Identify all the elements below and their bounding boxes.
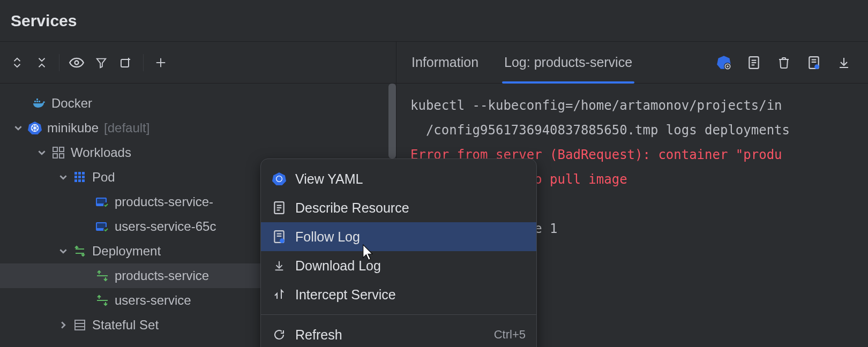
document-icon — [272, 200, 287, 215]
svg-rect-28 — [82, 179, 85, 182]
tree-label: products-service — [115, 268, 209, 283]
menu-label: View YAML — [295, 171, 363, 187]
tree-label: Docker — [51, 96, 92, 111]
log-line: /config9561736940837885650.tmp logs depl… — [410, 123, 790, 138]
deployment-icon — [95, 293, 109, 307]
statefulset-icon — [73, 318, 87, 332]
svg-rect-16 — [53, 147, 57, 152]
follow-log-icon[interactable] — [805, 54, 823, 72]
svg-rect-20 — [74, 172, 77, 175]
menu-download-log[interactable]: Download Log — [261, 251, 536, 280]
svg-rect-18 — [53, 154, 57, 158]
svg-rect-21 — [78, 172, 81, 175]
docker-icon — [32, 96, 46, 110]
tree-label: users-service-65c — [115, 219, 216, 234]
tab-log[interactable]: Log: products-service — [504, 42, 632, 83]
context-menu: View YAML Describe Resource Follow Log D… — [260, 159, 537, 347]
tree-label: Stateful Set — [92, 318, 159, 333]
menu-shortcut: Ctrl+5 — [494, 328, 526, 342]
follow-log-icon — [272, 229, 287, 244]
pod-group-icon — [73, 170, 87, 184]
log-line: kubectl --kubeconfig=/home/artamonov/pro… — [410, 98, 782, 113]
tree-toolbar — [0, 42, 396, 84]
new-window-icon[interactable] — [114, 51, 138, 74]
svg-rect-39 — [75, 320, 85, 330]
kubernetes-icon — [28, 121, 42, 135]
chevron-down-icon — [59, 247, 68, 255]
svg-rect-33 — [97, 223, 106, 228]
tree-item-minikube[interactable]: minikube [default] — [0, 116, 396, 140]
menu-view-yaml[interactable]: View YAML — [261, 164, 536, 193]
svg-rect-23 — [74, 176, 77, 178]
intercept-icon — [272, 287, 287, 302]
kubernetes-settings-icon[interactable] — [715, 54, 733, 72]
menu-describe[interactable]: Describe Resource — [261, 193, 536, 222]
svg-marker-1 — [97, 58, 106, 67]
svg-rect-27 — [78, 179, 81, 182]
menu-label: Download Log — [295, 258, 381, 274]
chevron-down-icon — [14, 124, 23, 132]
menu-refresh[interactable]: Refresh Ctrl+5 — [261, 320, 536, 347]
download-icon[interactable] — [835, 54, 853, 72]
tree-label: users-service — [115, 293, 191, 308]
menu-separator — [261, 314, 536, 315]
svg-point-0 — [75, 61, 79, 64]
menu-label: Describe Resource — [295, 200, 409, 216]
menu-intercept[interactable]: Intercept Service — [261, 280, 536, 309]
add-button[interactable] — [149, 51, 173, 74]
svg-rect-22 — [82, 172, 85, 175]
svg-rect-25 — [82, 176, 85, 178]
chevron-right-icon — [59, 321, 68, 329]
svg-rect-30 — [97, 199, 106, 203]
expand-all-button[interactable] — [5, 51, 29, 74]
tree-label: Workloads — [71, 145, 131, 160]
tree-label: Pod — [92, 170, 115, 185]
tree-label: products-service- — [115, 194, 213, 209]
svg-point-45 — [727, 65, 729, 67]
tree-label: minikube — [47, 120, 99, 135]
scrollbar-thumb[interactable] — [388, 84, 396, 159]
tool-window-title: Services — [11, 12, 77, 30]
svg-point-65 — [280, 238, 285, 243]
tree-label: Deployment — [92, 244, 161, 259]
deployment-group-icon — [73, 244, 87, 258]
pod-icon — [95, 220, 109, 233]
tab-actions — [715, 54, 853, 72]
tab-label: Information — [411, 55, 478, 70]
svg-rect-2 — [121, 59, 129, 67]
pod-icon — [95, 195, 109, 209]
tree-tag: [default] — [104, 120, 149, 135]
tab-bar: Information Log: products-service — [396, 42, 868, 84]
menu-label: Follow Log — [295, 229, 360, 245]
refresh-icon — [272, 327, 287, 342]
toolbar-separator — [59, 54, 59, 71]
workloads-icon — [51, 146, 65, 160]
tab-label: Log: products-service — [504, 55, 632, 70]
toolbar-separator — [143, 54, 144, 71]
tab-information[interactable]: Information — [411, 42, 478, 83]
svg-rect-26 — [74, 179, 77, 182]
download-icon — [272, 258, 287, 273]
deployment-icon — [95, 269, 109, 283]
svg-rect-19 — [59, 154, 64, 158]
svg-point-53 — [814, 64, 819, 69]
kubernetes-icon — [272, 171, 287, 186]
menu-label: Refresh — [295, 327, 342, 343]
menu-label: Intercept Service — [295, 287, 396, 303]
svg-rect-17 — [59, 147, 64, 152]
filter-icon[interactable] — [89, 51, 113, 74]
svg-rect-24 — [78, 176, 81, 178]
chevron-down-icon — [59, 173, 68, 182]
chevron-down-icon — [38, 148, 46, 157]
delete-icon[interactable] — [775, 54, 793, 72]
describe-icon[interactable] — [745, 54, 763, 72]
show-icon[interactable] — [65, 51, 88, 74]
collapse-all-button[interactable] — [30, 51, 54, 74]
menu-follow-log[interactable]: Follow Log — [261, 222, 536, 251]
tree-item-docker[interactable]: Docker — [0, 91, 396, 116]
tool-window-header: Services — [0, 0, 868, 42]
svg-marker-56 — [272, 172, 286, 185]
